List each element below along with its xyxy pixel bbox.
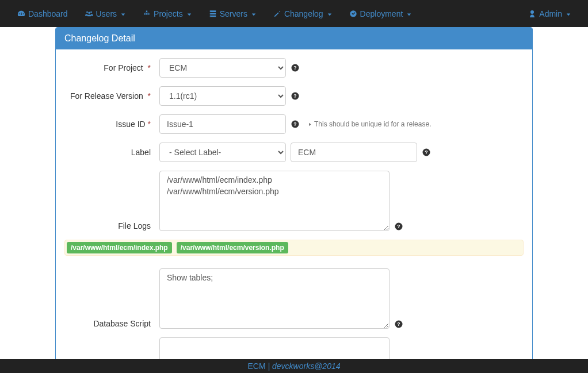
panel-body: For Project * ECM ? For Release Version …: [56, 49, 532, 373]
nav-admin[interactable]: Admin: [520, 2, 579, 26]
issue-input[interactable]: [159, 114, 286, 134]
help-icon[interactable]: ?: [291, 120, 300, 129]
label-select[interactable]: - Select Label-: [159, 143, 286, 162]
dbscript-textarea[interactable]: [159, 268, 390, 329]
row-version: For Release Version * 1.1(rc1) ?: [64, 86, 524, 106]
nav-servers-label: Servers: [220, 9, 247, 18]
navbar: Dashboard Users Projects Servers Changel…: [0, 0, 588, 27]
svg-text:?: ?: [293, 121, 296, 127]
label-version: For Release Version *: [64, 91, 159, 101]
nav-projects[interactable]: Projects: [134, 2, 200, 26]
caret-icon: [407, 9, 411, 18]
dashboard-icon: [17, 10, 25, 18]
file-tag[interactable]: /var/www/html/ecm/index.php: [67, 242, 172, 253]
sitemap-icon: [143, 10, 151, 18]
svg-text:?: ?: [425, 149, 427, 155]
nav-admin-label: Admin: [539, 9, 562, 18]
version-select[interactable]: 1.1(rc1): [159, 86, 286, 106]
caret-icon: [187, 9, 192, 18]
help-icon[interactable]: ?: [422, 148, 431, 157]
nav-changelog-label: Changelog: [284, 9, 323, 18]
label-issue: Issue ID *: [64, 120, 159, 129]
help-icon[interactable]: ?: [291, 63, 300, 72]
footer-brand: ECM: [247, 362, 265, 371]
help-icon[interactable]: ?: [291, 91, 300, 101]
nav-projects-label: Projects: [154, 9, 183, 18]
navbar-left: Dashboard Users Projects Servers Changel…: [9, 2, 420, 26]
nav-users[interactable]: Users: [77, 2, 135, 26]
file-tags-box: /var/www/html/ecm/index.php /var/www/htm…: [64, 240, 524, 256]
container: Changelog Detail For Project * ECM ? For…: [55, 27, 533, 373]
row-project: For Project * ECM ?: [64, 58, 524, 78]
caret-right-icon: [308, 120, 312, 128]
caret-icon: [327, 9, 332, 18]
file-tag[interactable]: /var/www/html/ecm/version.php: [177, 242, 288, 253]
navbar-right: Admin: [520, 2, 579, 26]
row-label: Label - Select Label- ?: [64, 143, 524, 162]
nav-dashboard-label: Dashboard: [28, 9, 68, 18]
svg-text:?: ?: [397, 321, 400, 327]
panel-changelog: Changelog Detail For Project * ECM ? For…: [55, 27, 533, 373]
label-dbscript: Database Script: [64, 268, 159, 328]
svg-text:?: ?: [397, 224, 400, 229]
project-select[interactable]: ECM: [159, 58, 286, 78]
filelogs-textarea[interactable]: [159, 171, 390, 231]
row-filelogs: File Logs ?: [64, 171, 524, 231]
nav-dashboard[interactable]: Dashboard: [9, 2, 77, 26]
check-circle-icon: [349, 10, 357, 18]
row-dbscript: Database Script ?: [64, 268, 524, 329]
caret-icon: [251, 9, 256, 18]
nav-changelog[interactable]: Changelog: [265, 2, 341, 26]
help-icon[interactable]: ?: [394, 222, 403, 231]
user-icon: [528, 10, 536, 18]
svg-text:?: ?: [293, 93, 296, 99]
nav-deployment-label: Deployment: [360, 9, 403, 18]
nav-deployment[interactable]: Deployment: [341, 2, 421, 26]
nav-users-label: Users: [96, 9, 117, 18]
users-icon: [85, 10, 93, 18]
label-project: For Project *: [64, 63, 159, 72]
label-label: Label: [64, 148, 159, 157]
help-icon[interactable]: ?: [394, 320, 403, 329]
label-text-input[interactable]: [291, 143, 417, 162]
footer-byline: devckworks@2014: [272, 362, 341, 371]
server-icon: [209, 10, 217, 18]
label-filelogs: File Logs: [64, 171, 159, 230]
caret-icon: [121, 9, 125, 18]
edit-icon: [273, 10, 281, 18]
panel-title: Changelog Detail: [56, 28, 532, 49]
issue-help-text: This should be unique id for a release.: [308, 120, 431, 128]
caret-icon: [566, 9, 571, 18]
nav-servers[interactable]: Servers: [200, 2, 265, 26]
row-issue: Issue ID * ? This should be unique id fo…: [64, 114, 524, 134]
footer: ECM | devckworks@2014: [0, 359, 588, 373]
svg-text:?: ?: [293, 65, 296, 71]
